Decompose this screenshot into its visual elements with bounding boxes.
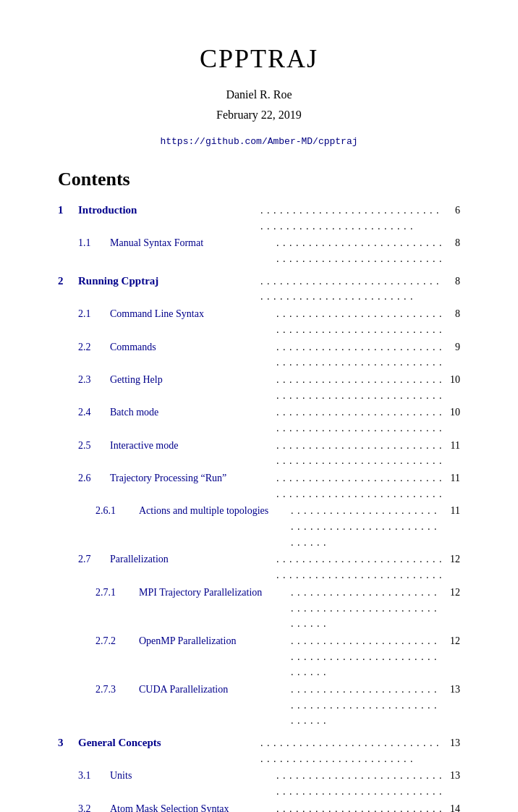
toc-page-num: 13 bbox=[443, 735, 460, 751]
toc-dots bbox=[260, 203, 443, 234]
toc-page-num: 10 bbox=[443, 372, 460, 388]
toc-dots bbox=[276, 438, 443, 469]
toc-page-num: 11 bbox=[443, 438, 460, 454]
toc-sub-num: 3.1 bbox=[78, 768, 110, 784]
toc-section-2[interactable]: 2Running Cpptraj8 bbox=[58, 273, 460, 305]
toc-dots bbox=[291, 585, 443, 632]
toc-dots bbox=[276, 801, 443, 812]
toc-sub-label: Parallelization bbox=[110, 551, 276, 567]
toc-page-num: 10 bbox=[443, 405, 460, 420]
toc-sub-num: 2.6 bbox=[78, 470, 110, 486]
toc-section-num: 2 bbox=[58, 273, 78, 289]
toc-sub-label: Batch mode bbox=[110, 405, 276, 420]
toc-subsection-3.2[interactable]: 3.2Atom Mask Selection Syntax14 bbox=[78, 801, 460, 812]
toc-sub-label: Manual Syntax Format bbox=[110, 235, 276, 251]
toc-dots bbox=[276, 768, 443, 799]
toc-page-num: 11 bbox=[443, 503, 460, 519]
toc-dots bbox=[291, 503, 443, 550]
toc-subsection-2.3[interactable]: 2.3Getting Help10 bbox=[78, 372, 460, 403]
toc-sub-num: 2.5 bbox=[78, 438, 110, 454]
toc-dots bbox=[276, 470, 443, 502]
toc-sub-label: Atom Mask Selection Syntax bbox=[110, 801, 276, 812]
toc-subsection-2.7[interactable]: 2.7Parallelization12 bbox=[78, 551, 460, 583]
toc-page-num: 9 bbox=[443, 339, 460, 355]
toc-subsub-label: OpenMP Parallelization bbox=[139, 633, 291, 649]
github-url[interactable]: https://github.com/Amber-MD/cpptraj bbox=[58, 136, 460, 147]
toc-subsubsection-2.7.3[interactable]: 2.7.3CUDA Parallelization13 bbox=[95, 682, 460, 729]
toc-subsub-label: MPI Trajectory Parallelization bbox=[139, 585, 291, 601]
toc-sub-num: 2.1 bbox=[78, 306, 110, 322]
toc-subsub-num: 2.6.1 bbox=[95, 503, 139, 519]
toc-sub-num: 2.2 bbox=[78, 339, 110, 355]
toc-sub-label: Interactive mode bbox=[110, 438, 276, 454]
toc-subsub-num: 2.7.1 bbox=[95, 585, 139, 601]
toc-section-label: Introduction bbox=[78, 202, 260, 219]
toc-dots bbox=[291, 633, 443, 680]
toc-sub-num: 2.3 bbox=[78, 372, 110, 388]
toc-sub-label: Command Line Syntax bbox=[110, 306, 276, 322]
table-of-contents: 1Introduction61.1Manual Syntax Format82R… bbox=[58, 202, 460, 812]
toc-dots bbox=[276, 306, 443, 337]
author: Daniel R. Roe bbox=[58, 88, 460, 101]
toc-subsection-2.2[interactable]: 2.2Commands9 bbox=[78, 339, 460, 371]
toc-dots bbox=[276, 235, 443, 266]
toc-dots bbox=[276, 551, 443, 583]
toc-dots bbox=[260, 735, 443, 766]
toc-section-label: Running Cpptraj bbox=[78, 273, 260, 289]
toc-page-num: 11 bbox=[443, 470, 460, 486]
toc-page-num: 8 bbox=[443, 274, 460, 289]
toc-dots bbox=[276, 339, 443, 371]
document-title: CPPTRAJ bbox=[58, 43, 460, 74]
toc-sub-label: Getting Help bbox=[110, 372, 276, 388]
toc-dots bbox=[260, 274, 443, 305]
toc-page-num: 13 bbox=[443, 768, 460, 784]
toc-page-num: 8 bbox=[443, 306, 460, 322]
toc-sub-num: 3.2 bbox=[78, 801, 110, 812]
toc-subsection-3.1[interactable]: 3.1Units13 bbox=[78, 768, 460, 799]
toc-subsub-num: 2.7.3 bbox=[95, 682, 139, 698]
toc-section-num: 3 bbox=[58, 735, 78, 751]
date: February 22, 2019 bbox=[58, 109, 460, 122]
title-section: CPPTRAJ Daniel R. Roe February 22, 2019 … bbox=[58, 43, 460, 147]
toc-subsub-label: CUDA Parallelization bbox=[139, 682, 291, 698]
contents-heading: Contents bbox=[58, 169, 460, 190]
toc-sub-num: 1.1 bbox=[78, 235, 110, 251]
toc-page-num: 8 bbox=[443, 235, 460, 251]
toc-dots bbox=[291, 682, 443, 729]
toc-sub-num: 2.7 bbox=[78, 551, 110, 567]
toc-sub-label: Units bbox=[110, 768, 276, 784]
toc-section-3[interactable]: 3General Concepts13 bbox=[58, 735, 460, 766]
toc-page-num: 13 bbox=[443, 682, 460, 698]
toc-sub-label: Trajectory Processing “Run” bbox=[110, 470, 276, 486]
toc-subsub-num: 2.7.2 bbox=[95, 633, 139, 649]
toc-page-num: 12 bbox=[443, 585, 460, 601]
toc-subsub-label: Actions and multiple topologies bbox=[139, 503, 291, 519]
toc-sub-label: Commands bbox=[110, 339, 276, 355]
toc-subsection-2.6[interactable]: 2.6Trajectory Processing “Run”11 bbox=[78, 470, 460, 502]
toc-section-num: 1 bbox=[58, 202, 78, 219]
toc-page-num: 12 bbox=[443, 633, 460, 649]
toc-page-num: 6 bbox=[443, 203, 460, 219]
toc-subsubsection-2.6.1[interactable]: 2.6.1Actions and multiple topologies11 bbox=[95, 503, 460, 550]
toc-dots bbox=[276, 372, 443, 403]
toc-section-label: General Concepts bbox=[78, 735, 260, 751]
toc-dots bbox=[276, 405, 443, 436]
toc-page-num: 12 bbox=[443, 551, 460, 567]
toc-subsection-2.4[interactable]: 2.4Batch mode10 bbox=[78, 405, 460, 436]
toc-subsubsection-2.7.1[interactable]: 2.7.1MPI Trajectory Parallelization12 bbox=[95, 585, 460, 632]
toc-sub-num: 2.4 bbox=[78, 405, 110, 420]
toc-subsection-2.5[interactable]: 2.5Interactive mode11 bbox=[78, 438, 460, 469]
toc-page-num: 14 bbox=[443, 801, 460, 812]
toc-subsection-2.1[interactable]: 2.1Command Line Syntax8 bbox=[78, 306, 460, 337]
toc-subsubsection-2.7.2[interactable]: 2.7.2OpenMP Parallelization12 bbox=[95, 633, 460, 680]
toc-subsection-1.1[interactable]: 1.1Manual Syntax Format8 bbox=[78, 235, 460, 266]
toc-section-1[interactable]: 1Introduction6 bbox=[58, 202, 460, 234]
